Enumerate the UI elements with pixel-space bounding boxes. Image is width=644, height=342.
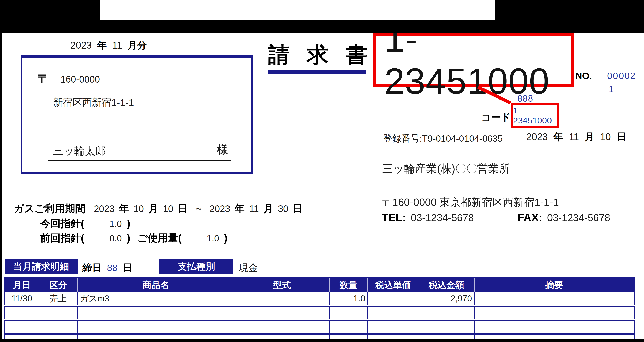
customer-address: 新宿区西新宿1-1-1: [53, 96, 134, 109]
closing-day-value: 88: [107, 262, 118, 273]
cell-product: ガスm3: [77, 292, 235, 306]
usage-end-day: 30: [278, 203, 288, 214]
closing-day-label: 締日: [82, 261, 102, 274]
customer-name: 三ッ輪太郎: [53, 144, 106, 158]
customer-name-underline: [48, 160, 231, 161]
cell-category: [39, 306, 77, 320]
top-white-cutout: [100, 0, 496, 20]
billing-month: 11: [112, 40, 122, 51]
usage-end-month-label: 月: [263, 202, 274, 215]
cell-unit-price: [368, 292, 419, 306]
issue-year: 2023: [526, 131, 548, 142]
title-underline: [268, 69, 366, 74]
previous-meter-label: 前回指針(: [40, 231, 84, 245]
cell-product: [77, 320, 235, 334]
cell-category: 売上: [39, 292, 77, 306]
col-header-qty: 数量: [329, 278, 368, 292]
closing-day-unit: 日: [123, 261, 132, 274]
usage-end-year-label: 年: [234, 202, 245, 215]
customer-honorific: 様: [217, 142, 228, 157]
usage-start-month: 10: [134, 203, 144, 214]
usage-start-year-label: 年: [119, 202, 129, 215]
current-meter-paren: ): [127, 218, 130, 229]
cell-date: 11/30: [4, 292, 39, 306]
cell-model: [235, 306, 329, 320]
billing-year: 2023: [70, 40, 92, 51]
invoice-document: { "colors": {"navy": "#1b1b8c", "red": "…: [0, 0, 644, 342]
col-header-amount: 税込金額: [419, 278, 474, 292]
payment-type-value: 現金: [238, 261, 258, 274]
cell-category: [39, 320, 77, 334]
cell-amount: [419, 320, 474, 334]
bottom-black-border: [0, 339, 644, 342]
fax-label: FAX:: [517, 211, 542, 224]
code-misc-number: 888: [517, 93, 533, 104]
col-header-product: 商品名: [77, 278, 235, 292]
registration-value: T9-0104-0104-0635: [422, 133, 503, 144]
col-header-model: 型式: [235, 278, 329, 292]
current-meter-value: 1.0: [110, 219, 122, 229]
cell-date: [4, 320, 39, 334]
code-value: 1-23451000: [513, 106, 557, 125]
cell-note: [474, 320, 634, 334]
billing-detail-table: 月日 区分 商品名 型式 数量 税込単価 税込金額 摘要 11/30 売上 ガス…: [4, 278, 635, 342]
cell-model: [235, 292, 329, 306]
issue-date-line: 2023 年 11 月 10 日: [526, 130, 632, 143]
previous-meter-line: 前回指針( 0.0 ) ご使用量( 1.0 ): [40, 231, 228, 245]
payment-type-badge: 支払種別: [159, 260, 233, 274]
usage-start-day-label: 日: [178, 202, 188, 215]
code-label: コード:: [481, 111, 514, 124]
issuer-tel-fax-line: TEL: 03-1234-5678 FAX: 03-1234-5678: [382, 211, 610, 224]
fax-value: 03-1234-5678: [547, 212, 610, 224]
customer-postal-code: 160-0000: [60, 74, 100, 85]
usage-end-day-label: 日: [293, 202, 303, 215]
cell-model: [235, 320, 329, 334]
current-meter-label: 今回指針(: [40, 217, 84, 230]
page-title: 請 求 書: [268, 40, 373, 69]
table-header-row: 月日 区分 商品名 型式 数量 税込単価 税込金額 摘要: [4, 278, 634, 292]
usage-end-month: 11: [249, 203, 259, 214]
left-black-border: [0, 0, 2, 342]
issue-day: 10: [600, 131, 611, 142]
usage-amount-paren: ): [224, 232, 228, 244]
usage-period-line: ガスご利用期間 2023 年 10 月 10 日 ~ 2023 年 11 月 3…: [14, 202, 307, 215]
cell-unit-price: [368, 306, 419, 320]
table-row: [4, 320, 634, 334]
postal-mark-icon: 〒: [38, 71, 49, 87]
invoice-no-value: 00002: [607, 70, 636, 81]
cell-qty: [329, 306, 368, 320]
billing-year-label: 年: [97, 39, 107, 52]
usage-period-separator: ~: [196, 203, 202, 214]
usage-amount-value: 1.0: [207, 233, 219, 244]
current-meter-line: 今回指針( 1.0 ): [40, 217, 130, 230]
cell-product: [77, 306, 235, 320]
table-row: 11/30 売上 ガスm3 1.0 2,970: [4, 292, 634, 306]
invoice-no-label: NO.: [576, 70, 592, 81]
issue-month-label: 月: [585, 130, 594, 143]
issuer-address: 〒160-0000 東京都新宿区西新宿1-1-1: [382, 195, 559, 210]
billing-month-line: 2023 年 11 月分: [70, 39, 152, 52]
issuer-company: 三ッ輪産業(株)〇〇営業所: [382, 161, 510, 176]
registration-label: 登録番号:: [383, 132, 422, 145]
invoice-no-line: NO. 00002: [576, 70, 636, 81]
col-header-unit-price: 税込単価: [368, 278, 419, 292]
cell-note: [474, 292, 634, 306]
col-header-note: 摘要: [474, 278, 634, 292]
usage-start-year: 2023: [94, 203, 114, 214]
col-header-date: 月日: [4, 278, 39, 292]
cell-qty: [329, 320, 368, 334]
cell-amount: [419, 306, 474, 320]
cell-date: [4, 306, 39, 320]
previous-meter-paren: ): [127, 232, 130, 244]
registration-line: 登録番号: T9-0104-0104-0635: [383, 132, 502, 145]
tel-value: 03-1234-5678: [411, 212, 474, 224]
table-row: [4, 306, 634, 320]
usage-start-day: 10: [163, 203, 173, 214]
invoice-no-sub-value: 1: [609, 84, 614, 94]
usage-start-month-label: 月: [148, 202, 158, 215]
cell-unit-price: [368, 320, 419, 334]
cell-qty: 1.0: [329, 292, 368, 306]
closing-day-line: 締日 88 日: [82, 261, 132, 274]
tel-label: TEL:: [382, 211, 406, 224]
issue-month: 11: [569, 131, 579, 142]
